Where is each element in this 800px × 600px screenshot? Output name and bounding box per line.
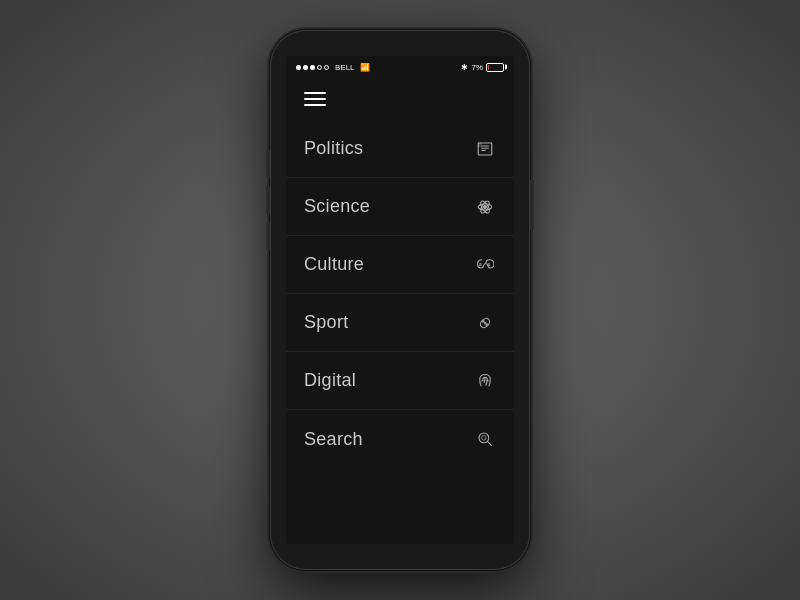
signal-dots [296, 65, 329, 70]
svg-point-16 [482, 436, 487, 441]
football-icon [474, 314, 496, 332]
hamburger-button[interactable] [286, 78, 514, 116]
search-icon [474, 430, 496, 448]
phone-outer: BELL 📶 ✱ 7% [270, 30, 530, 570]
menu-list: Politics Science [286, 116, 514, 544]
newspaper-icon [474, 140, 496, 158]
menu-item-culture[interactable]: Culture [286, 236, 514, 294]
hamburger-line-1 [304, 92, 326, 94]
masks-icon [474, 256, 496, 274]
signal-dot-5 [324, 65, 329, 70]
menu-label-sport: Sport [304, 312, 349, 333]
bluetooth-icon: ✱ [461, 63, 468, 72]
menu-label-politics: Politics [304, 138, 363, 159]
hamburger-line-2 [304, 98, 326, 100]
signal-dot-1 [296, 65, 301, 70]
battery-percentage: 7% [471, 63, 483, 72]
svg-rect-4 [478, 143, 481, 147]
battery-body [486, 63, 504, 72]
menu-label-culture: Culture [304, 254, 364, 275]
wifi-icon: 📶 [360, 63, 370, 72]
signal-dot-3 [310, 65, 315, 70]
menu-label-search: Search [304, 429, 363, 450]
menu-item-sport[interactable]: Sport [286, 294, 514, 352]
signal-dot-2 [303, 65, 308, 70]
hamburger-line-3 [304, 104, 326, 106]
carrier-label: BELL [335, 63, 355, 72]
menu-item-politics[interactable]: Politics [286, 120, 514, 178]
atom-icon [474, 198, 496, 216]
svg-line-15 [488, 442, 492, 446]
signal-dot-4 [317, 65, 322, 70]
status-bar: BELL 📶 ✱ 7% [286, 56, 514, 78]
menu-item-digital[interactable]: Digital [286, 352, 514, 410]
menu-item-search[interactable]: Search [286, 410, 514, 468]
menu-label-digital: Digital [304, 370, 356, 391]
svg-point-14 [479, 433, 489, 443]
menu-item-science[interactable]: Science [286, 178, 514, 236]
menu-label-science: Science [304, 196, 370, 217]
phone-screen: BELL 📶 ✱ 7% [286, 56, 514, 544]
svg-point-5 [484, 205, 487, 208]
battery-icon [486, 63, 504, 72]
battery-fill [488, 65, 489, 70]
fingerprint-icon [474, 372, 496, 390]
